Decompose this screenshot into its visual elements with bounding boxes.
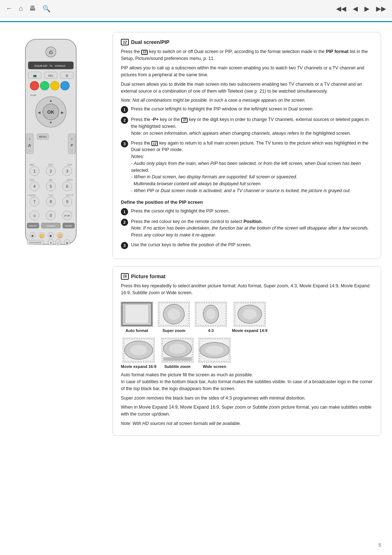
format-43: 4:3 [195, 302, 227, 333]
step-2-text: Press the -P+ key or the ⊡ key or the di… [131, 116, 373, 137]
svg-text:GHI: GHI [68, 163, 72, 166]
format-auto-img [121, 302, 153, 327]
dual-screen-heading: Dual screen/PIP [131, 39, 170, 45]
step-3: 3 Press the 12 key again to return to a … [121, 140, 373, 194]
svg-rect-109 [163, 357, 192, 361]
skip-forward-icon[interactable]: ▶▶ [376, 5, 386, 13]
back-arrow-icon[interactable]: ← [6, 5, 12, 12]
define-step-3-text: Use the cursor keys to define the positi… [131, 242, 373, 248]
svg-text:⏪: ⏪ [40, 234, 44, 238]
dual-screen-icon: 12 [121, 39, 129, 45]
picture-format-section: 16 Picture format Press this key repeate… [113, 266, 381, 436]
svg-text:▲: ▲ [49, 98, 53, 102]
print-icon[interactable]: 🖶 [29, 5, 36, 12]
dual-screen-para1: Press the 12 key to switch on or off Dua… [121, 48, 373, 62]
svg-text:▼: ▼ [49, 121, 53, 125]
svg-text:⏩: ⏩ [58, 234, 62, 238]
svg-text:⏻: ⏻ [49, 50, 53, 55]
svg-point-99 [206, 309, 215, 319]
step-3-text: Press the 12 key again to return to a fu… [131, 140, 373, 194]
svg-point-96 [168, 308, 180, 320]
top-navigation-bar: ← ⌂ 🖶 🔍 ◀◀ ◀ ▶ ▶▶ [0, 0, 392, 17]
picture-format-intro: Press this key repeatedly to select anot… [121, 283, 373, 297]
format-movie169-img [123, 338, 155, 362]
svg-text:1: 1 [33, 169, 36, 173]
svg-text:+: + [29, 137, 30, 141]
remote-svg: ⏻ DVD/R SAT TV VCR AUX 📺 SEL ⊞ [15, 36, 87, 246]
define-step-1-number: 1 [121, 208, 128, 215]
define-position-title: Define the position of the PIP screen [121, 199, 373, 205]
svg-text:SEL: SEL [48, 74, 54, 77]
svg-text:8: 8 [50, 199, 52, 204]
dual-screen-note1: Note: Not all combinations might be poss… [121, 97, 373, 104]
format-grid-row2: Movie expand 16:9 Subtitle zoom [121, 338, 373, 369]
prev-icon[interactable]: ◀ [353, 5, 358, 13]
format-movie149-label: Movie expand 14:9 [232, 328, 268, 333]
svg-text:⏺: ⏺ [31, 234, 34, 238]
picture-format-desc3: When in Movie Expand 14:9, Movie Expand … [121, 404, 373, 418]
picture-format-desc1: Auto format makes the picture fill the s… [121, 372, 373, 393]
svg-text:SAT: SAT [43, 65, 48, 67]
main-layout: ⏻ DVD/R SAT TV VCR AUX 📺 SEL ⊞ [0, 25, 392, 555]
format-43-img [195, 302, 227, 327]
svg-rect-93 [126, 305, 148, 323]
svg-text:2: 2 [50, 169, 52, 173]
blue-divider [0, 21, 392, 22]
picture-format-icon: 16 [121, 273, 129, 280]
svg-text:ON/OFF: ON/OFF [29, 225, 37, 227]
format-superzoom-label: Super zoom [163, 328, 185, 333]
svg-text:MODE: MODE [65, 225, 72, 227]
svg-text:FAVOURITE: FAVOURITE [29, 242, 41, 244]
svg-text:6: 6 [66, 184, 68, 189]
svg-text:3: 3 [66, 169, 68, 173]
format-superzoom: Super zoom [158, 302, 190, 333]
format-movie169-label: Movie expand 16:9 [121, 364, 156, 369]
home-icon[interactable]: ⌂ [19, 5, 23, 12]
picture-format-desc2: Super zoom removes the black bars on the… [121, 395, 373, 402]
svg-text:DVD/R: DVD/R [34, 65, 42, 67]
svg-text:⏹: ⏹ [49, 234, 52, 238]
step-3-number: 3 [121, 140, 128, 147]
svg-text:▶: ▶ [61, 110, 64, 114]
svg-text:◀: ◀ [38, 110, 41, 114]
svg-text:0: 0 [50, 213, 52, 218]
format-widescreen-label: Wide screen [203, 364, 226, 369]
svg-point-17 [50, 81, 59, 90]
define-step-3-number: 3 [121, 242, 128, 249]
define-position-section: Define the position of the PIP screen 1 … [121, 199, 373, 249]
format-auto-label: Auto format [126, 328, 148, 333]
svg-text:GHI: GHI [30, 179, 34, 181]
svg-text:JKL: JKL [49, 179, 53, 181]
format-superzoom-img [158, 302, 190, 327]
right-panel: 12 Dual screen/PIP Press the 12 key to s… [109, 25, 392, 555]
svg-text:VCR: VCR [55, 65, 60, 67]
format-auto: Auto format [121, 302, 153, 333]
svg-text:7: 7 [33, 199, 36, 204]
svg-text:ABC: ABC [29, 163, 34, 166]
svg-text:9: 9 [66, 199, 68, 204]
left-panel: ⏻ DVD/R SAT TV VCR AUX 📺 SEL ⊞ [0, 25, 109, 555]
svg-text:P+P: P+P [64, 214, 70, 218]
page-number: 5 [379, 542, 381, 548]
skip-back-icon[interactable]: ◀◀ [336, 5, 346, 13]
svg-point-105 [130, 345, 147, 355]
svg-text:✓: ✓ [57, 242, 59, 244]
format-widescreen: Wide screen [199, 338, 230, 369]
step-1-number: 1 [121, 106, 128, 113]
picture-format-note-hd: Note: With HD sources not all screen for… [121, 420, 373, 427]
picture-format-title: 16 Picture format [121, 273, 373, 280]
search-icon[interactable]: 🔍 [42, 5, 50, 13]
format-movie149: Movie expand 14:9 [232, 302, 268, 333]
picture-format-heading: Picture format [131, 274, 166, 279]
next-icon[interactable]: ▶ [364, 5, 369, 13]
svg-text:-: - [72, 149, 73, 153]
svg-text:-: - [29, 149, 30, 153]
svg-text:TV: TV [49, 65, 53, 67]
dual-screen-para3: Dual screen allows you to divide the mai… [121, 81, 373, 95]
svg-text:5: 5 [50, 184, 52, 189]
svg-text:P+/P-: P+/P- [30, 94, 37, 97]
dual-screen-para2: PIP allows you to call up a subscreen wi… [121, 65, 373, 79]
svg-point-16 [40, 81, 49, 90]
svg-text:Ambilight: Ambilight [46, 225, 56, 227]
step-2-number: 2 [121, 117, 128, 124]
